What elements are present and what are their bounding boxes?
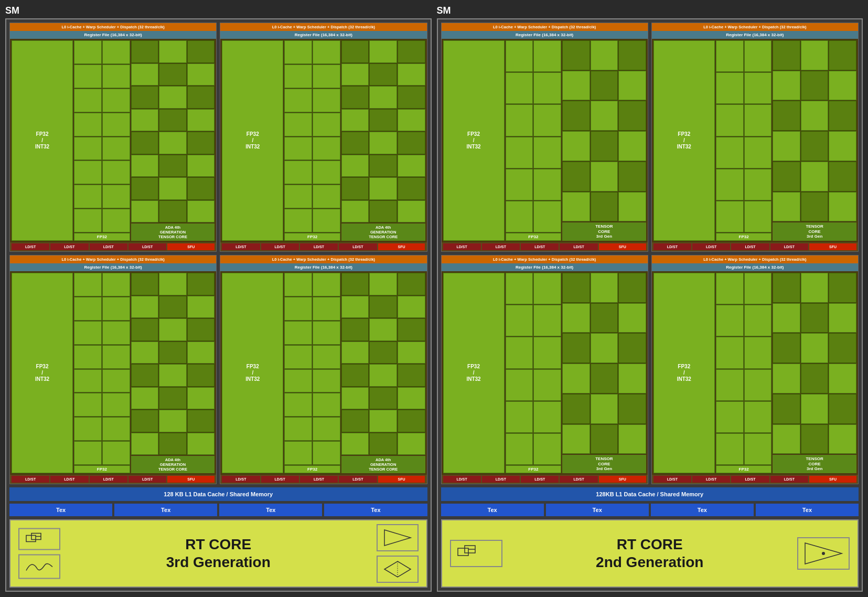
left-tex-3: Tex [219, 504, 322, 516]
right-rt-icon-box-2 [797, 537, 850, 570]
ldst-5: LD/ST [222, 243, 260, 250]
left-tex-2: Tex [114, 504, 217, 516]
right-bottom-row-tl: LD/ST LD/ST LD/ST LD/ST SFU [442, 242, 648, 251]
fp32-int32-label-tl: FP32/INT32 [12, 40, 73, 241]
right-fp32-int32-br: FP32/INT32 [653, 273, 715, 473]
reg-file-bl: Register File (16,384 x 32-bit) [10, 263, 216, 271]
reg-file-br: Register File (16,384 x 32-bit) [220, 263, 426, 271]
left-warp-block-tr: L0 i-Cache + Warp Scheduler + Dispatch (… [220, 23, 427, 252]
right-warp-header-bl: L0 i-Cache + Warp Scheduler + Dispatch (… [442, 255, 648, 263]
right-warp-block-bl: L0 i-Cache + Warp Scheduler + Dispatch (… [441, 255, 648, 484]
rt-icon-diagram-2 [24, 558, 55, 576]
right-warp-header-tl: L0 i-Cache + Warp Scheduler + Dispatch (… [442, 23, 648, 31]
right-sm-box: L0 i-Cache + Warp Scheduler + Dispatch (… [437, 18, 863, 592]
warp-header-bl: L0 i-Cache + Warp Scheduler + Dispatch (… [10, 255, 216, 263]
sfu-2: SFU [378, 243, 425, 250]
bottom-row-bl: LD/ST LD/ST LD/ST LD/ST SFU [10, 475, 216, 484]
tensor-label-tr: ADA 4thGENERATIONTENSOR CORE [341, 223, 425, 241]
fp32-int32-label-tr: FP32/INT32 [222, 40, 283, 241]
right-rt-core-title: RT CORE 2nd Generation [596, 536, 703, 571]
left-rt-core-box: RT CORE 3rd Generation [9, 519, 427, 588]
right-tex-row: Tex Tex Tex Tex [441, 504, 859, 516]
right-rt-icon-box-1 [450, 540, 502, 567]
ldst-16: LD/ST [339, 476, 377, 483]
rt-icon-triangle-1 [382, 527, 413, 548]
right-warp-block-br: L0 i-Cache + Warp Scheduler + Dispatch (… [651, 255, 859, 484]
rt-icon-box-3 [377, 524, 419, 551]
right-tensor-tl: TENSORCORE3rd Gen [562, 222, 646, 241]
rt-icon-box-1 [18, 528, 60, 550]
ldst-4: LD/ST [128, 243, 166, 250]
tensor-label-tl: ADA 4thGENERATIONTENSOR CORE [131, 223, 215, 241]
tensor-label-br: ADA 4thGENERATIONTENSOR CORE [341, 456, 425, 473]
ldst-9: LD/ST [12, 476, 49, 483]
right-tensor-tr: TENSORCORE3rd Gen [773, 222, 856, 241]
svg-point-10 [822, 552, 825, 555]
warp-header-tl: L0 i-Cache + Warp Scheduler + Dispatch (… [10, 23, 216, 31]
right-bottom-row-br: LD/ST LD/ST LD/ST LD/ST SFU [652, 475, 858, 484]
right-rt-icon-triangle-1 [802, 540, 844, 567]
ldst-7: LD/ST [300, 243, 338, 250]
ldst-11: LD/ST [90, 476, 127, 483]
bottom-row-tr: LD/ST LD/ST LD/ST LD/ST SFU [220, 242, 426, 251]
right-tensor-br: TENSORCORE3rd Gen [773, 455, 856, 473]
ldst-2: LD/ST [50, 243, 88, 250]
right-bottom-row-bl: LD/ST LD/ST LD/ST LD/ST SFU [442, 475, 648, 484]
ldst-12: LD/ST [128, 476, 166, 483]
left-warp-grid: L0 i-Cache + Warp Scheduler + Dispatch (… [9, 23, 427, 484]
right-warp-header-tr: L0 i-Cache + Warp Scheduler + Dispatch (… [652, 23, 858, 31]
right-rt-core-box: RT CORE 2nd Generation [441, 519, 859, 588]
ldst-3: LD/ST [90, 243, 127, 250]
tensor-label-bl: ADA 4thGENERATIONTENSOR CORE [131, 456, 215, 473]
left-rt-icons-left [18, 528, 60, 579]
fp32-label-tr: FP32 [284, 233, 340, 241]
svg-rect-0 [26, 536, 36, 542]
left-tex-1: Tex [9, 504, 112, 516]
warp-header-tr: L0 i-Cache + Warp Scheduler + Dispatch (… [220, 23, 426, 31]
ldst-8: LD/ST [339, 243, 377, 250]
ldst-14: LD/ST [261, 476, 299, 483]
right-warp-grid: L0 i-Cache + Warp Scheduler + Dispatch (… [441, 23, 859, 484]
right-fp32-tr: FP32 [716, 233, 771, 241]
right-rt-icons-left [450, 540, 502, 567]
left-rt-core-text: RT CORE 3rd Generation [166, 536, 271, 571]
fp32-label-bl: FP32 [74, 465, 130, 473]
bottom-row-br: LD/ST LD/ST LD/ST LD/ST SFU [220, 475, 426, 484]
right-reg-file-tl: Register File (16,384 x 32-bit) [442, 31, 648, 39]
right-warp-header-br: L0 i-Cache + Warp Scheduler + Dispatch (… [652, 255, 858, 263]
right-bottom-row-tr: LD/ST LD/ST LD/ST LD/ST SFU [652, 242, 858, 251]
right-warp-block-tl: L0 i-Cache + Warp Scheduler + Dispatch (… [441, 23, 648, 252]
right-tex-3: Tex [651, 504, 754, 516]
left-warp-block-br: L0 i-Cache + Warp Scheduler + Dispatch (… [220, 255, 427, 484]
left-warp-block-tl: L0 i-Cache + Warp Scheduler + Dispatch (… [9, 23, 217, 252]
right-fp32-bl: FP32 [506, 465, 561, 473]
bottom-row-tl: LD/ST LD/ST LD/ST LD/ST SFU [10, 242, 216, 251]
ldst-6: LD/ST [261, 243, 299, 250]
left-rt-icons-right [377, 524, 419, 583]
right-rt-gen-span: 2nd Generation [596, 554, 703, 570]
right-reg-file-br: Register File (16,384 x 32-bit) [652, 263, 858, 271]
left-sm-box: L0 i-Cache + Warp Scheduler + Dispatch (… [5, 18, 432, 592]
reg-file-tr: Register File (16,384 x 32-bit) [220, 31, 426, 39]
right-rt-core-text: RT CORE 2nd Generation [596, 536, 703, 571]
fp32-label-br: FP32 [284, 465, 340, 473]
left-sm-container: SM L0 i-Cache + Warp Scheduler + Dispatc… [5, 5, 432, 592]
right-tex-4: Tex [756, 504, 859, 516]
warp-header-br: L0 i-Cache + Warp Scheduler + Dispatch (… [220, 255, 426, 263]
right-fp32-tl: FP32 [506, 233, 561, 241]
left-tex-4: Tex [324, 504, 427, 516]
fp32-int32-label-br: FP32/INT32 [222, 273, 283, 473]
ldst-13: LD/ST [222, 476, 260, 483]
sfu-1: SFU [167, 243, 215, 250]
ldst-15: LD/ST [300, 476, 338, 483]
right-reg-file-tr: Register File (16,384 x 32-bit) [652, 31, 858, 39]
right-sm-label: SM [437, 5, 863, 16]
rt-icon-box-2 [18, 555, 60, 579]
reg-file-tl: Register File (16,384 x 32-bit) [10, 31, 216, 39]
right-fp32-br: FP32 [716, 465, 771, 473]
rt-icon-box-4 [377, 556, 419, 583]
right-fp32-int32-bl: FP32/INT32 [443, 273, 505, 473]
svg-marker-3 [384, 530, 411, 546]
left-rt-title-span: RT CORE [185, 536, 251, 552]
ldst-10: LD/ST [50, 476, 88, 483]
